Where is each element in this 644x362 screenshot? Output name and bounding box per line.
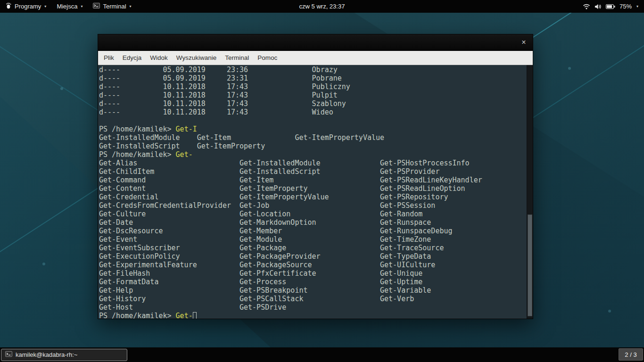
wallpaper-dot	[568, 67, 571, 70]
menu-widok[interactable]: Widok	[146, 51, 172, 65]
terminal-text: Get-Help	[99, 286, 133, 295]
chevron-down-icon: ▾	[636, 4, 638, 8]
terminal-text: Pulpit	[312, 91, 338, 99]
terminal-text: Get-Content	[99, 184, 146, 193]
terminal-text: Get-PSDrive	[239, 303, 286, 312]
terminal-text: PS /home/kamilek>	[99, 125, 172, 133]
terminal-line: Get-ChildItemGet-InstalledScriptGet-PSPr…	[99, 167, 526, 176]
window-list-button[interactable]: kamilek@kadabra-rh:~	[1, 349, 127, 361]
terminal-text: Get-Variable	[380, 286, 431, 295]
terminal-text: Get-ItemPropertyValue	[239, 193, 329, 201]
scrollbar[interactable]	[527, 65, 533, 319]
terminal-text: 05.09.2019	[163, 66, 206, 74]
terminal-text: Get-CredsFromCredentialProvider	[99, 201, 231, 210]
applications-menu[interactable]: Programy ▾	[0, 0, 51, 13]
scrollbar-thumb[interactable]	[528, 214, 532, 316]
places-menu-label: Miejsca	[57, 3, 77, 10]
terminal-output: d----05.09.201923:36Obrazyd----05.09.201…	[99, 66, 526, 319]
system-status-area[interactable]: 75% ▾	[577, 0, 644, 13]
terminal-text: d----	[99, 91, 120, 99]
places-menu[interactable]: Miejsca ▾	[51, 0, 88, 13]
terminal-text: Get-Random	[380, 210, 422, 218]
menu-terminal[interactable]: Terminal	[221, 51, 253, 65]
terminal-line: Get-CredsFromCredentialProviderGet-JobGe…	[99, 201, 526, 210]
terminal-text: Get-Package	[239, 244, 286, 252]
terminal-text: Get-Alias	[99, 159, 137, 167]
terminal-text: Get-PSHostProcessInfo	[380, 159, 470, 167]
terminal-text: Obrazy	[312, 66, 338, 74]
terminal-text: Get-ExecutionPolicy	[99, 252, 180, 261]
menu-pomoc[interactable]: Pomoc	[253, 51, 281, 65]
window-app-menu[interactable]: Terminal ▾	[88, 0, 136, 13]
terminal-text: Wideo	[312, 108, 333, 116]
terminal-text: Get-Culture	[99, 210, 146, 218]
terminal-line: d----05.09.201923:36Obrazy	[99, 66, 526, 74]
terminal-line: d----10.11.201817:43Publiczny	[99, 82, 526, 91]
terminal-text: Pobrane	[312, 74, 342, 82]
terminal-text: 10.11.2018	[163, 91, 206, 99]
terminal-text: d----	[99, 99, 120, 108]
terminal-text: Get-Command	[99, 176, 146, 184]
command-text: Get-I	[176, 125, 197, 133]
terminal-line: Get-InstalledScriptGet-ItemProperty	[99, 142, 526, 150]
chevron-down-icon: ▾	[81, 4, 83, 8]
close-button[interactable]: ×	[515, 34, 533, 50]
terminal-text: Get-EventSubscriber	[99, 244, 180, 252]
battery-percent-label: 75%	[619, 3, 632, 10]
wallpaper-dot	[42, 263, 45, 265]
terminal-line: d----10.11.201817:43Wideo	[99, 108, 526, 116]
terminal-text: Get-ItemProperty	[239, 184, 308, 193]
terminal-line: Get-ContentGet-ItemPropertyGet-PSReadLin…	[99, 184, 526, 193]
terminal-line: d----10.11.201817:43Szablony	[99, 99, 526, 108]
terminal-text: Get-DscResource	[99, 227, 163, 235]
terminal-line: Get-EventGet-ModuleGet-TimeZone	[99, 235, 526, 244]
top-bar: Programy ▾ Miejsca ▾ Terminal ▾ czw 5	[0, 0, 644, 13]
terminal-line: Get-EventSubscriberGet-PackageGet-TraceS…	[99, 244, 526, 252]
terminal-text: d----	[99, 74, 120, 82]
terminal-text: Get-InstalledModule	[99, 133, 180, 142]
terminal-text: Get-InstalledModule	[239, 159, 321, 167]
applications-menu-label: Programy	[15, 3, 41, 10]
wallpaper-dot	[608, 310, 611, 313]
terminal-window: × PlikEdycjaWidokWyszukiwanieTerminalPom…	[98, 34, 533, 319]
terminal-text: 17:43	[227, 82, 248, 91]
menu-wyszukiwanie[interactable]: Wyszukiwanie	[172, 51, 221, 65]
terminal-line: Get-FileHashGet-PfxCertificateGet-Unique	[99, 269, 526, 278]
terminal-text: 10.11.2018	[163, 108, 206, 116]
wallpaper-dot	[60, 87, 63, 90]
terminal-text: Get-PackageProvider	[239, 252, 321, 261]
terminal-text: Get-Item	[197, 133, 231, 142]
terminal-line: Get-FormatDataGet-ProcessGet-Uptime	[99, 278, 526, 286]
volume-icon	[594, 4, 602, 9]
terminal-icon	[93, 2, 100, 11]
terminal-line: Get-ExecutionPolicyGet-PackageProviderGe…	[99, 252, 526, 261]
terminal-text: Get-UICulture	[380, 261, 435, 269]
terminal-line: Get-AliasGet-InstalledModuleGet-PSHostPr…	[99, 159, 526, 167]
terminal-cursor	[193, 312, 197, 319]
terminal-screen[interactable]: d----05.09.201923:36Obrazyd----05.09.201…	[98, 65, 533, 319]
terminal-line: PS /home/kamilek>Get-	[99, 150, 526, 159]
menu-plik[interactable]: Plik	[99, 51, 118, 65]
terminal-text: Get-History	[99, 295, 146, 303]
terminal-line: PS /home/kamilek>Get-I	[99, 125, 526, 133]
clock[interactable]: czw 5 wrz, 23:37	[299, 3, 345, 10]
terminal-line: Get-CommandGet-ItemGet-PSReadLineKeyHand…	[99, 176, 526, 184]
window-titlebar[interactable]: ×	[98, 34, 533, 51]
workspace-indicator[interactable]: 2 / 3	[619, 348, 643, 361]
terminal-text: 17:43	[227, 99, 248, 108]
terminal-text: Get-MarkdownOption	[239, 218, 316, 227]
terminal-text: Get-PSProvider	[380, 167, 439, 176]
terminal-text: Get-ItemProperty	[197, 142, 265, 150]
terminal-line: Get-CredentialGet-ItemPropertyValueGet-P…	[99, 193, 526, 201]
terminal-text: Get-FormatData	[99, 278, 158, 286]
screen: Programy ▾ Miejsca ▾ Terminal ▾ czw 5	[0, 0, 644, 362]
terminal-text: Get-RunspaceDebug	[380, 227, 453, 235]
menu-edycja[interactable]: Edycja	[118, 51, 146, 65]
terminal-text: Get-TraceSource	[380, 244, 444, 252]
terminal-text: Get-PfxCertificate	[239, 269, 316, 278]
wifi-icon	[583, 4, 590, 9]
terminal-line: PS /home/kamilek>Get-	[99, 312, 526, 319]
terminal-icon	[5, 351, 12, 359]
terminal-text: 10.11.2018	[163, 82, 206, 91]
terminal-text: Get-Credential	[99, 193, 158, 201]
